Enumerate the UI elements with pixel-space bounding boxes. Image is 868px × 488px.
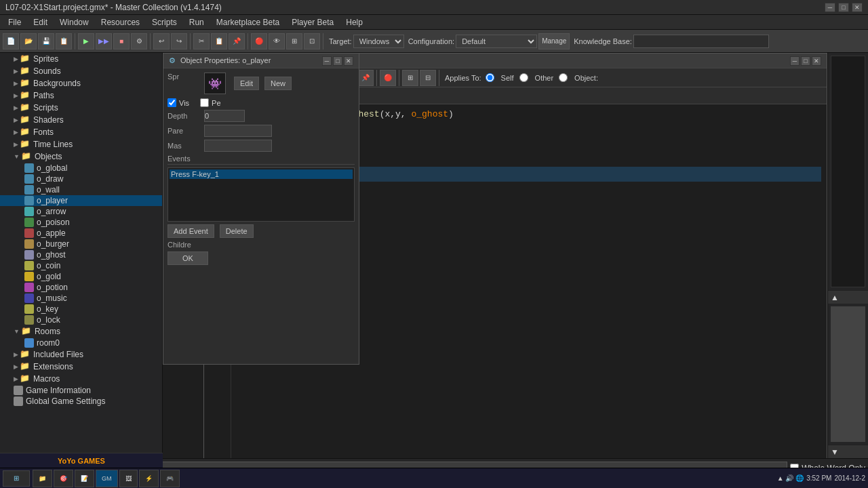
- tree-included-files[interactable]: ▶ 📁 Included Files: [0, 348, 162, 361]
- obj-props-max[interactable]: □: [333, 56, 342, 66]
- tree-rooms[interactable]: ▼ 📁 Rooms: [0, 325, 162, 338]
- compile-btn[interactable]: ⚙: [131, 33, 147, 49]
- play-btn[interactable]: ▶: [78, 33, 94, 49]
- target-select[interactable]: Windows: [353, 35, 404, 48]
- menu-resources[interactable]: Resources: [96, 16, 145, 28]
- menu-file[interactable]: File: [3, 16, 26, 28]
- tree-o_arrow[interactable]: o_arrow: [0, 206, 162, 217]
- tree-o_poison[interactable]: o_poison: [0, 217, 162, 228]
- tree-paths[interactable]: ▶ 📁 Paths: [0, 89, 162, 102]
- visible-cb[interactable]: [167, 98, 176, 107]
- close-button[interactable]: ✕: [852, 3, 863, 12]
- tree-o_music[interactable]: o_music: [0, 293, 162, 304]
- menu-marketplace[interactable]: Marketplace Beta: [211, 16, 285, 28]
- tree-extensions[interactable]: ▶ 📁 Extensions: [0, 361, 162, 373]
- events-list[interactable]: Press F-key_1: [167, 167, 355, 222]
- code-editor-max[interactable]: □: [801, 56, 810, 66]
- manage-btn[interactable]: Manage: [538, 33, 570, 49]
- code-view2-btn[interactable]: ⊟: [420, 70, 436, 86]
- save-btn[interactable]: 💾: [38, 33, 54, 49]
- menu-edit[interactable]: Edit: [28, 16, 53, 28]
- tree-o_key[interactable]: o_key: [0, 304, 162, 314]
- add-event-btn[interactable]: Add Event: [167, 224, 214, 238]
- tree-o_global[interactable]: o_global: [0, 163, 162, 174]
- tree-fonts[interactable]: ▶ 📁 Fonts: [0, 126, 162, 138]
- tree-o_ghost[interactable]: o_ghost: [0, 249, 162, 260]
- tree-backgrounds[interactable]: ▶ 📁 Backgrounds: [0, 77, 162, 89]
- new-btn[interactable]: 📄: [3, 33, 19, 49]
- start-btn[interactable]: ⊞: [3, 470, 30, 487]
- tree-room0[interactable]: room0: [0, 338, 162, 348]
- persistent-cb[interactable]: [200, 98, 209, 107]
- tree-shaders[interactable]: ▶ 📁 Shaders: [0, 114, 162, 126]
- menu-help[interactable]: Help: [340, 16, 368, 28]
- tree-global-settings[interactable]: Global Game Settings: [0, 396, 162, 407]
- depth-input[interactable]: [204, 110, 245, 122]
- task-item-gm[interactable]: GM: [96, 470, 118, 487]
- tree-o_wall[interactable]: o_wall: [0, 184, 162, 195]
- obj-props-close[interactable]: ✕: [344, 56, 353, 66]
- code-bp-btn[interactable]: 🔴: [380, 70, 396, 86]
- tree-o_gold[interactable]: o_gold: [0, 271, 162, 282]
- code-editor-min[interactable]: ─: [790, 56, 800, 66]
- ok-btn[interactable]: OK: [167, 251, 208, 265]
- task-item-7[interactable]: 🎮: [160, 470, 180, 487]
- watch-btn[interactable]: 👁: [269, 33, 285, 49]
- tree-o_coin[interactable]: o_coin: [0, 260, 162, 271]
- menu-scripts[interactable]: Scripts: [146, 16, 182, 28]
- redo-btn[interactable]: ↪: [171, 33, 187, 49]
- parent-input[interactable]: [204, 125, 272, 137]
- tree-o_lock[interactable]: o_lock: [0, 314, 162, 325]
- applies-object-radio[interactable]: [559, 73, 568, 82]
- copy-btn[interactable]: 📋: [211, 33, 227, 49]
- tree-o_draw[interactable]: o_draw: [0, 174, 162, 184]
- menu-window[interactable]: Window: [54, 16, 94, 28]
- task-item-1[interactable]: 📁: [33, 470, 52, 487]
- code-editor-close[interactable]: ✕: [812, 56, 821, 66]
- mask-input[interactable]: [204, 140, 272, 152]
- obj-props-min[interactable]: ─: [322, 56, 332, 66]
- sprite-new-btn[interactable]: New: [264, 77, 292, 90]
- delete-event-btn[interactable]: Delete: [220, 224, 254, 238]
- task-item-6[interactable]: ⚡: [139, 470, 159, 487]
- bp-btn[interactable]: 🔴: [251, 33, 267, 49]
- grid-btn[interactable]: ⊞: [286, 33, 302, 49]
- tree-o_apple[interactable]: o_apple: [0, 228, 162, 239]
- undo-btn[interactable]: ↩: [153, 33, 170, 49]
- tree-o_potion[interactable]: o_potion: [0, 282, 162, 293]
- tree-scripts[interactable]: ▶ 📁 Scripts: [0, 102, 162, 114]
- tree-sounds[interactable]: ▶ 📁 Sounds: [0, 65, 162, 77]
- snap-btn[interactable]: ⊡: [304, 33, 320, 49]
- applies-other-radio[interactable]: [519, 73, 528, 82]
- playdebug-btn[interactable]: ▶▶: [96, 33, 112, 49]
- config-select[interactable]: Default: [456, 35, 537, 48]
- menu-run[interactable]: Run: [184, 16, 210, 28]
- tree-macros[interactable]: ▶ 📁 Macros: [0, 373, 162, 385]
- tree-o_burger[interactable]: o_burger: [0, 239, 162, 249]
- open-btn[interactable]: 📂: [20, 33, 37, 49]
- stop-btn[interactable]: ■: [113, 33, 130, 49]
- code-view-btn[interactable]: ⊞: [402, 70, 418, 86]
- paste-btn[interactable]: 📌: [229, 33, 245, 49]
- saveas-btn[interactable]: 📋: [56, 33, 72, 49]
- task-item-5[interactable]: 🖼: [119, 470, 138, 487]
- right-scroll-down[interactable]: ▼: [828, 445, 868, 458]
- event-item[interactable]: Press F-key_1: [170, 169, 353, 179]
- minimize-button[interactable]: ─: [825, 3, 835, 12]
- code-paste-btn[interactable]: 📌: [357, 70, 374, 86]
- task-item-2[interactable]: 🎯: [54, 470, 73, 487]
- tree-game-info[interactable]: Game Information: [0, 385, 162, 396]
- tree-o_player[interactable]: o_player: [0, 195, 162, 206]
- applies-radios: Self Other Object:: [486, 73, 598, 82]
- tree-sprites[interactable]: ▶ 📁 Sprites: [0, 53, 162, 65]
- task-item-3[interactable]: 📝: [75, 470, 94, 487]
- applies-self-radio[interactable]: [486, 73, 494, 82]
- right-scroll-up[interactable]: ▲: [828, 290, 868, 304]
- cut-btn[interactable]: ✂: [193, 33, 210, 49]
- menu-player[interactable]: Player Beta: [286, 16, 339, 28]
- maximize-button[interactable]: □: [838, 3, 849, 12]
- tree-timelines[interactable]: ▶ 📁 Time Lines: [0, 138, 162, 150]
- sprite-edit-btn[interactable]: Edit: [234, 77, 259, 90]
- kb-input[interactable]: [633, 35, 769, 48]
- tree-objects[interactable]: ▼ 📁 Objects: [0, 150, 162, 163]
